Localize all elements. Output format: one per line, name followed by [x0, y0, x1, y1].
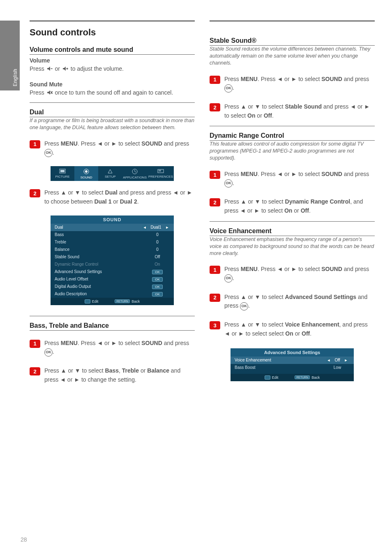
right-column: Stable Sound® Stable Sound reduces the v…	[210, 21, 375, 390]
step-number-icon: 2	[30, 367, 40, 375]
step-number-icon: 1	[210, 266, 220, 274]
osd2-title: Advanced Sound Settings	[231, 348, 354, 357]
osd-row-value: OK	[145, 269, 170, 274]
side-tab-label: English	[12, 69, 18, 86]
step-number-icon: 1	[30, 340, 40, 348]
svg-line-11	[135, 171, 136, 172]
ok-icon: OK	[44, 149, 53, 157]
osd-row-value: 0	[145, 240, 170, 244]
picture-icon	[59, 169, 66, 174]
volume-up-icon	[62, 65, 69, 74]
osd-row-label: Voice Enhancement	[235, 358, 271, 362]
dual-caption: If a programme or film is being broadcas…	[30, 117, 195, 131]
osd-row: Voice Enhancement◄ Off ►	[231, 357, 354, 364]
page-number: 28	[21, 536, 27, 543]
preferences-icon	[157, 169, 164, 174]
btb-step-1: 1 Press MENU. Press ◄ or ► to select SOU…	[30, 339, 195, 357]
mute-icon	[46, 89, 53, 97]
osd-row-label: Advanced Sound Settings	[55, 269, 102, 274]
drc-step-1: 1 Press MENU. Press ◄ or ► to select SOU…	[210, 170, 375, 188]
osd2-footer: Edit RETURN Back	[231, 374, 354, 381]
step-number-icon: 1	[210, 76, 220, 84]
subhead-volume: Volume controls and mute sound	[30, 46, 195, 53]
osd-row-value: On	[145, 262, 170, 266]
page: English Sound controls Volume controls a…	[0, 0, 392, 556]
sound-icon	[83, 169, 90, 174]
osd-row-label: Balance	[55, 247, 69, 252]
subhead-dual: Dual	[30, 109, 195, 116]
osd-row-label: Dynamic Range Control	[55, 262, 98, 266]
step-number-icon: 2	[30, 189, 40, 197]
osd-title: SOUND	[51, 215, 174, 224]
subhead-btb: Bass, Treble and Balance	[30, 322, 195, 329]
svg-point-8	[85, 170, 88, 173]
step-number-icon: 2	[210, 294, 220, 302]
osd-row: Treble0	[51, 239, 174, 246]
osd-row-label: Bass Boost	[235, 365, 256, 370]
subhead-stable: Stable Sound®	[210, 37, 375, 44]
ok-icon: OK	[240, 302, 248, 310]
step-number-icon: 2	[210, 103, 220, 111]
page-title: Sound controls	[30, 27, 195, 38]
osd-row-value: 0	[145, 232, 170, 237]
btb-step-2: 2 Press ▲ or ▼ to select Bass, Treble or…	[30, 366, 195, 384]
osd-row-label: Stable Sound	[55, 255, 79, 259]
osd-row: Advanced Sound SettingsOK	[51, 268, 174, 276]
osd-row-value: Off	[145, 255, 170, 259]
osd-row: Dual◄ Dual1 ►	[51, 224, 174, 231]
volume-block: Volume Press or to adjust the volume.	[30, 56, 195, 74]
osd-row-value: OK	[145, 277, 170, 282]
step-number-icon: 3	[210, 321, 220, 329]
ve-step-1: 1 Press MENU. Press ◄ or ► to select SOU…	[210, 265, 375, 283]
osd-row: Dynamic Range ControlOn	[51, 261, 174, 268]
osd-row: Audio DescriptionOK	[51, 290, 174, 298]
osd-row-label: Treble	[55, 240, 66, 244]
osd-row-value: OK	[145, 284, 170, 289]
osd-row-value: ◄ Off ►	[325, 358, 350, 363]
mute-label: Sound Mute	[30, 81, 62, 88]
osd-row: Audio Level OffsetOK	[51, 276, 174, 283]
osd-row: Balance0	[51, 246, 174, 253]
stable-step-2: 2 Press ▲ or ▼ to select Stable Sound an…	[210, 102, 375, 120]
ok-icon: OK	[224, 84, 233, 93]
subhead-ve: Voice Enhancement	[210, 227, 375, 235]
osd-row-label: Bass	[55, 232, 64, 237]
osd-sound-menu: SOUND Dual◄ Dual1 ►Bass0Treble0Balance0S…	[51, 215, 174, 305]
ok-icon: OK	[44, 348, 53, 357]
osd-tab-sound: SOUND	[74, 166, 98, 181]
volume-label: Volume	[30, 57, 50, 64]
applications-icon	[131, 169, 138, 174]
osd-row-label: Audio Level Offset	[55, 277, 88, 281]
osd-tab-preferences: PREFERENCES	[148, 166, 174, 181]
osd-row: Digital Audio OutputOK	[51, 283, 174, 290]
osd-row-value: OK	[145, 292, 170, 297]
language-side-tab: English	[0, 21, 20, 90]
svg-rect-2	[67, 68, 68, 70]
osd-row-value: ◄ Dual1 ►	[142, 225, 170, 230]
osd-tab-setup: SETUP	[98, 166, 122, 181]
osd-row: Bass0	[51, 231, 174, 239]
ve-step-2: 2 Press ▲ or ▼ to select Advanced Sound …	[210, 293, 375, 310]
return-icon: RETURN	[115, 299, 130, 303]
setup-icon	[107, 169, 113, 174]
osd-row-label: Dual	[55, 225, 63, 229]
osd-tab-picture: PICTURE	[51, 166, 74, 181]
dpad-icon	[265, 375, 270, 380]
dual-step-1: 1 Press MENU. Press ◄ or ► to select SOU…	[30, 139, 195, 157]
osd-row-label: Audio Description	[55, 292, 87, 296]
osd-tab-applications: APPLICATIONS	[122, 166, 148, 181]
ok-icon: OK	[224, 179, 233, 188]
svg-rect-6	[60, 170, 65, 172]
left-column: Sound controls Volume controls and mute …	[30, 21, 195, 390]
stable-caption: Stable Sound reduces the volume differen…	[210, 46, 375, 67]
osd-row: Bass BoostLow	[231, 364, 354, 371]
osd-row-value: 0	[145, 247, 170, 252]
osd-footer: Edit RETURN Back	[51, 298, 174, 305]
osd-menu-tabs: PICTURE SOUND SETUP APPLICATIONS	[51, 166, 174, 181]
dual-step-2: 2 Press ▲ or ▼ to select Dual and press …	[30, 188, 195, 206]
subhead-drc: Dynamic Range Control	[210, 132, 375, 139]
ve-caption: Voice Enhancement emphasises the frequen…	[210, 236, 375, 257]
mute-block: Sound Mute Press once to turn the sound …	[30, 80, 195, 97]
osd-advanced-sound: Advanced Sound Settings Voice Enhancemen…	[231, 348, 354, 381]
drc-caption: This feature allows control of audio com…	[210, 141, 375, 162]
